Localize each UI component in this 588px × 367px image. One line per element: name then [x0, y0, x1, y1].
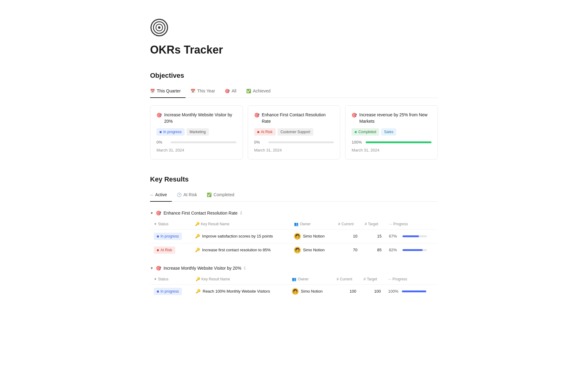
row-2-progress-pct: 82%: [389, 247, 400, 253]
key-results-title: Key Results: [150, 174, 438, 184]
row-1-progress-bar: [402, 235, 427, 237]
card-1-title-row: 🎯 Increase Monthly Website Visitor by 20…: [156, 112, 236, 125]
card-1-progress-label: 0%: [156, 139, 168, 145]
row-3-target: 100: [360, 285, 384, 298]
kr-group-2: ▼ 🎯 Increase Monthly Website Visitor by …: [150, 262, 438, 298]
card-2-title: Enhance First Contact Resolution Rate: [262, 112, 334, 125]
card-3-category-badge: Sales: [381, 128, 396, 136]
card-2-date: March 31, 2024: [254, 147, 334, 153]
kr-tab-completed-label: Completed: [213, 192, 234, 198]
row-2-current: 70: [334, 243, 361, 257]
objectives-section: Objectives 📅 This Quarter 📅 This Year 🎯 …: [150, 70, 438, 159]
row-1-status-dot: [157, 235, 159, 238]
card-2-category-label: Customer Support: [281, 129, 310, 135]
row-2-target: 85: [361, 243, 385, 257]
row-3-name-cell: 🔑 Reach 100% Monthly Website Visitors: [192, 285, 288, 298]
kr-group-2-header[interactable]: ▼ 🎯 Increase Monthly Website Visitor by …: [150, 262, 438, 274]
col-status-2: ✦Status: [150, 274, 192, 285]
row-3-status-badge: In progress: [154, 288, 182, 295]
kr-tab-at-risk[interactable]: 🕐 At Risk: [172, 189, 202, 202]
kr-tab-active[interactable]: ··· Active: [150, 189, 172, 202]
avatar-1: 🧑: [294, 233, 301, 240]
card-1-status-label: In progress: [163, 129, 182, 135]
kr-tab-at-risk-label: At Risk: [183, 192, 197, 198]
card-1-category-label: Marketing: [190, 129, 206, 135]
key-results-section: Key Results ··· Active 🕐 At Risk ✅ Compl…: [150, 174, 438, 298]
col-current: #Current: [334, 219, 361, 230]
col-progress: ···Progress: [385, 219, 438, 230]
kr-tabs: ··· Active 🕐 At Risk ✅ Completed: [150, 189, 438, 202]
tab-this-year[interactable]: 📅 This Year: [186, 85, 220, 98]
objectives-title: Objectives: [150, 70, 438, 81]
card-2-status-label: At Risk: [261, 129, 273, 135]
target-icon-tab: 🎯: [225, 88, 230, 94]
col-target-2: #Target: [360, 274, 384, 285]
card-2-progress-bar: [268, 141, 334, 143]
row-1-progress-pct: 67%: [389, 233, 400, 239]
row-3-progress-fill: [402, 290, 426, 292]
kr-tab-completed[interactable]: ✅ Completed: [202, 189, 239, 202]
row-2-owner-cell: 🧑 Simo Notion: [290, 243, 334, 257]
row-2-status-cell: At Risk: [150, 243, 191, 257]
card-2-category-badge: Customer Support: [277, 128, 313, 136]
badge-dot-3: [355, 131, 357, 133]
row-1-name-cell: 🔑 Improve satisfaction scores by 15 poin…: [191, 230, 290, 243]
chevron-down-icon-2: ▼: [150, 266, 153, 271]
calendar-icon-2: 📅: [190, 88, 195, 94]
card-3-title: Increase revenue by 25% from New Markets: [359, 112, 432, 125]
tab-this-quarter[interactable]: 📅 This Quarter: [150, 85, 186, 98]
card-2-badges: At Risk Customer Support: [254, 128, 334, 136]
objective-card-1[interactable]: 🎯 Increase Monthly Website Visitor by 20…: [150, 105, 243, 159]
row-2-owner: Simo Notion: [303, 247, 325, 253]
kr-group-2-count: 1: [244, 265, 246, 271]
card-3-progress-fill: [366, 141, 432, 143]
tab-this-quarter-label: This Quarter: [157, 88, 181, 94]
table-row: In progress 🔑 Improve satisfaction score…: [150, 230, 438, 243]
card-3-badges: Completed Sales: [352, 128, 432, 136]
svg-point-3: [158, 26, 160, 29]
row-2-status-badge: At Risk: [154, 246, 175, 254]
dots-icon: ···: [150, 192, 153, 198]
key-icon-1: 🔑: [195, 233, 200, 239]
row-1-name: Improve satisfaction scores by 15 points: [202, 233, 273, 239]
tab-this-year-label: This Year: [197, 88, 215, 94]
tab-achieved[interactable]: ✅ Achieved: [241, 85, 276, 98]
card-3-status-label: Completed: [358, 129, 376, 135]
row-2-status-label: At Risk: [160, 247, 172, 253]
badge-dot-2: [257, 131, 259, 133]
target-icon-group-1: 🎯: [156, 210, 161, 216]
row-3-name: Reach 100% Monthly Website Visitors: [203, 288, 270, 294]
card-3-date: March 31, 2024: [352, 147, 432, 153]
kr-table-1: ✦Status 🔑Key Result Name 👥Owner #Current…: [150, 219, 438, 257]
card-3-progress-bar: [366, 141, 432, 143]
tab-all-label: All: [232, 88, 236, 94]
target-icon-2: 🎯: [254, 112, 259, 118]
target-icon-group-2: 🎯: [156, 265, 161, 272]
col-current-2: #Current: [333, 274, 360, 285]
objective-card-2[interactable]: 🎯 Enhance First Contact Resolution Rate …: [248, 105, 341, 159]
card-2-progress-row: 0%: [254, 139, 334, 145]
kr-group-1: ▼ 🎯 Enhance First Contact Resolution Rat…: [150, 207, 438, 257]
row-3-progress-bar: [402, 290, 426, 292]
row-2-name: Increase first contact resolution to 85%: [202, 247, 271, 253]
key-icon-2: 🔑: [195, 247, 200, 253]
objective-card-3[interactable]: 🎯 Increase revenue by 25% from New Marke…: [345, 105, 438, 159]
row-1-status-badge: In progress: [154, 233, 182, 240]
col-owner-2: 👥Owner: [288, 274, 333, 285]
table-row: At Risk 🔑 Increase first contact resolut…: [150, 243, 438, 257]
chevron-down-icon-1: ▼: [150, 211, 153, 216]
row-2-name-cell: 🔑 Increase first contact resolution to 8…: [191, 243, 290, 257]
kr-group-1-title: Enhance First Contact Resolution Rate: [164, 210, 238, 216]
card-3-title-row: 🎯 Increase revenue by 25% from New Marke…: [352, 112, 432, 125]
row-1-target: 15: [361, 230, 385, 243]
badge-dot-1: [160, 131, 162, 133]
tab-achieved-label: Achieved: [253, 88, 271, 94]
kr-group-1-header[interactable]: ▼ 🎯 Enhance First Contact Resolution Rat…: [150, 207, 438, 219]
card-2-status-badge: At Risk: [254, 128, 276, 136]
tab-all[interactable]: 🎯 All: [220, 85, 241, 98]
row-1-status-cell: In progress: [150, 230, 191, 243]
col-progress-2: ···Progress: [385, 274, 438, 285]
card-1-badges: In progress Marketing: [156, 128, 236, 136]
kr-table-2: ✦Status 🔑Key Result Name 👥Owner #Current…: [150, 274, 438, 298]
kr-table-1-header-row: ✦Status 🔑Key Result Name 👥Owner #Current…: [150, 219, 438, 230]
